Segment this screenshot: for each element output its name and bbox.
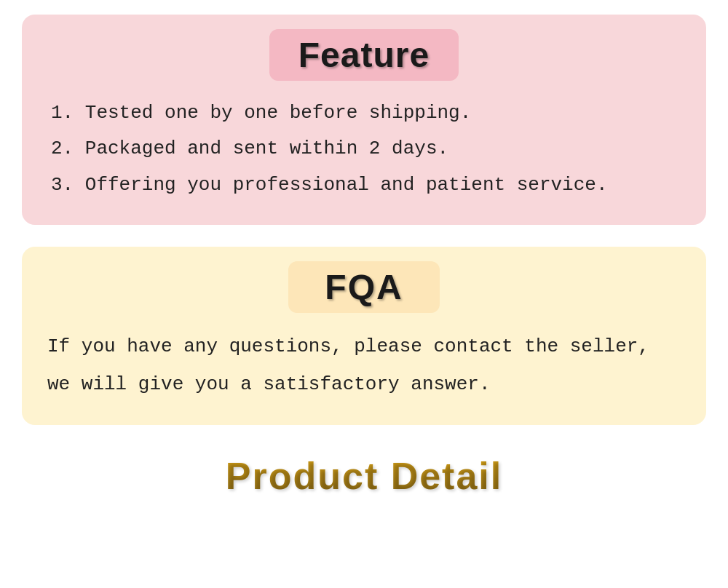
fqa-title: FQA <box>325 267 403 307</box>
fqa-line2: we will give you a satisfactory answer. <box>47 373 491 395</box>
feature-title-wrapper: Feature <box>269 29 459 81</box>
fqa-text: If you have any questions, please contac… <box>44 327 684 403</box>
feature-title: Feature <box>298 35 430 75</box>
feature-list: 1. Tested one by one before shipping. 2.… <box>44 95 684 203</box>
list-item: 1. Tested one by one before shipping. <box>51 95 684 131</box>
list-item: 3. Offering you professional and patient… <box>51 167 684 203</box>
fqa-title-wrapper: FQA <box>288 261 439 313</box>
fqa-card: FQA If you have any questions, please co… <box>22 247 706 425</box>
product-detail-title: Product Detail <box>226 454 503 498</box>
fqa-line1: If you have any questions, please contac… <box>47 335 649 357</box>
feature-card: Feature 1. Tested one by one before ship… <box>22 15 706 225</box>
list-item: 2. Packaged and sent within 2 days. <box>51 131 684 167</box>
